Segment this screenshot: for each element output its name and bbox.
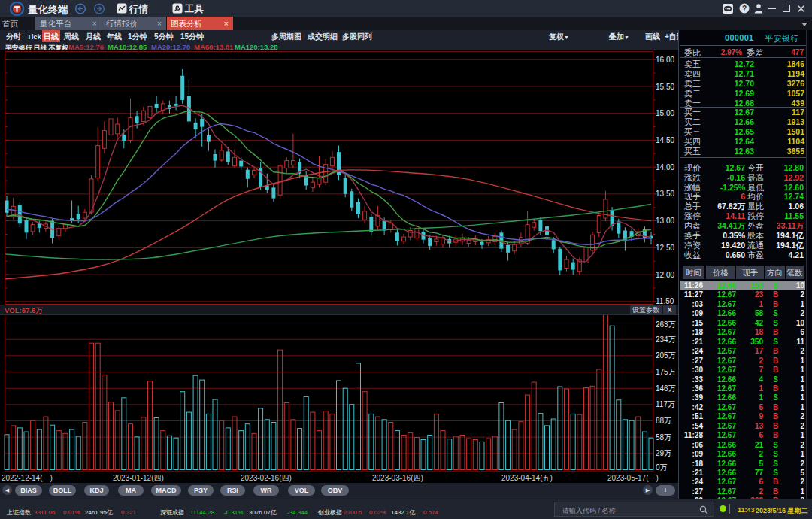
svg-text:12.50: 12.50 [656, 244, 674, 252]
svg-text:146万: 146万 [656, 384, 676, 393]
svg-text:58万: 58万 [656, 433, 671, 442]
svg-text:117万: 117万 [656, 400, 675, 408]
svg-text:175万: 175万 [656, 368, 676, 376]
svg-text:15.00: 15.00 [656, 109, 674, 117]
svg-text:234万: 234万 [656, 335, 676, 344]
svg-text:13.50: 13.50 [656, 190, 674, 198]
svg-text:16.00: 16.00 [656, 56, 674, 64]
svg-text:14.00: 14.00 [656, 163, 674, 171]
svg-text:13.00: 13.00 [656, 217, 674, 225]
svg-text:12.00: 12.00 [656, 271, 674, 279]
svg-text:0万: 0万 [656, 463, 668, 472]
svg-text:205万: 205万 [656, 351, 676, 360]
svg-text:29万: 29万 [656, 449, 671, 457]
svg-text:?: ? [742, 5, 747, 13]
svg-text:88万: 88万 [656, 417, 671, 425]
svg-text:11.50: 11.50 [656, 297, 674, 305]
svg-text:14.50: 14.50 [656, 136, 674, 144]
svg-text:263万: 263万 [656, 320, 676, 329]
svg-text:15.50: 15.50 [656, 83, 674, 91]
